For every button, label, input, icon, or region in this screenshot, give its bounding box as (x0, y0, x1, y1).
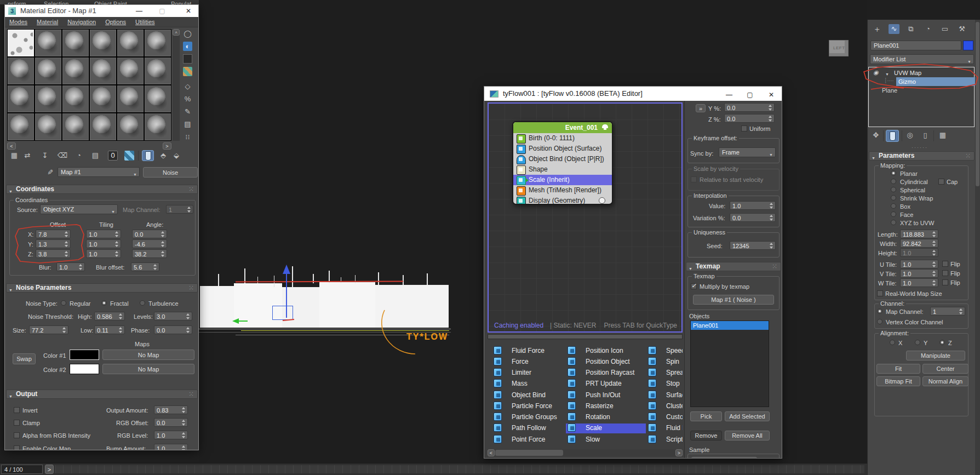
object-color-swatch[interactable] (963, 41, 973, 50)
angle-z-spinner[interactable]: 38.2 (132, 249, 167, 258)
sample-slot[interactable] (145, 113, 171, 140)
sample-slot[interactable] (117, 85, 144, 112)
menu-options[interactable]: Options (105, 19, 126, 25)
depot-item[interactable]: Rasterize (586, 402, 614, 411)
stack-row-gizmo[interactable]: ┊···· Gizmo (869, 77, 974, 86)
offset-z-spinner[interactable]: 3.8 (36, 249, 71, 258)
event-item-shape[interactable]: Shape (513, 164, 612, 175)
depot-item[interactable]: Object Bind (512, 391, 546, 400)
depot-item[interactable]: Fluid Force (512, 346, 545, 356)
map-channel-spinner[interactable]: 1 (166, 205, 193, 214)
radio-face[interactable] (891, 211, 896, 217)
offset-y-spinner[interactable]: 1.3 (36, 239, 71, 248)
bump-amount-spinner[interactable]: 1.0 (154, 444, 188, 450)
menu-material[interactable]: Material (37, 19, 58, 25)
radio-turbulence[interactable] (140, 300, 145, 306)
depot-item[interactable]: Path Follow (512, 424, 546, 433)
blur-offset-spinner[interactable]: 5.6 (131, 262, 159, 271)
depot-item[interactable]: Limiter (512, 368, 531, 377)
radio-align-y[interactable] (915, 340, 920, 345)
video-color-check-icon[interactable]: ◇ (183, 82, 192, 91)
sample-type-icon[interactable]: ◯ (183, 29, 192, 38)
offset-x-spinner[interactable]: 7.8 (36, 230, 71, 238)
material-editor-titlebar[interactable]: 3 Material Editor - Map #1 (5, 5, 198, 17)
make-unique-icon[interactable]: ◎ (905, 130, 915, 141)
remove-modifier-icon[interactable]: ▯ (920, 130, 930, 141)
sample-slot[interactable] (90, 113, 116, 140)
radio-map-channel[interactable] (877, 308, 882, 314)
connector-nub[interactable] (525, 178, 529, 182)
depot-item[interactable]: Slow (586, 435, 600, 444)
color1-map-button[interactable]: No Map (102, 350, 194, 360)
texmap-map-button[interactable]: Map #1 ( Noise ) (693, 295, 774, 305)
tyflow-titlebar[interactable]: tyFlow001 : [tyFlow v0.16008 (BETA) Edit… (484, 87, 782, 101)
fit-button[interactable]: Fit (876, 364, 920, 374)
put-to-library-icon[interactable]: ▤ (90, 151, 100, 161)
enable-color-map-checkbox[interactable] (14, 445, 20, 450)
map-channel-spinner[interactable]: 1 (930, 307, 965, 316)
show-end-result-icon[interactable] (886, 130, 899, 142)
gizmo-highlight[interactable]: Gizmo (896, 77, 975, 86)
event-item-scale-selected[interactable]: Scale (Inherit) (513, 175, 612, 185)
sample-slot[interactable] (62, 30, 89, 56)
pin-stack-icon[interactable]: ✥ (871, 130, 881, 141)
depot-item[interactable]: Custo (666, 413, 683, 422)
select-by-material-icon[interactable]: ▤ (183, 119, 192, 129)
cap-checkbox[interactable] (938, 179, 944, 185)
sample-slot[interactable] (117, 113, 144, 140)
output-amount-spinner[interactable]: 0.83 (154, 405, 188, 414)
radio-vertex-color-channel[interactable] (877, 319, 882, 324)
material-name-dropdown[interactable]: Map #1 (58, 167, 140, 177)
sample-slot[interactable] (90, 85, 116, 112)
uniform-checkbox[interactable] (741, 125, 747, 131)
normal-align-button[interactable]: Normal Align (922, 376, 968, 386)
w-flip-checkbox[interactable] (942, 279, 948, 285)
variation-spinner[interactable]: 0.0 (730, 213, 776, 222)
rgb-offset-spinner[interactable]: 0.0 (154, 418, 188, 427)
depot-item[interactable]: Spin (666, 357, 679, 367)
parameters-rollout-header[interactable]: Parameters (869, 151, 975, 161)
modifier-list-dropdown[interactable]: Modifier List (870, 54, 974, 64)
rgb-level-spinner[interactable]: 1.0 (154, 431, 188, 439)
sample-slot[interactable] (90, 58, 116, 84)
maximize-button[interactable] (154, 5, 170, 17)
manipulate-button[interactable]: Manipulate (906, 351, 965, 360)
sample-slot[interactable] (62, 58, 89, 84)
coordinates-rollout-header[interactable]: Coordinates (6, 185, 198, 194)
put-material-to-scene-icon[interactable]: ⇄ (22, 151, 32, 161)
show-map-in-viewport-icon[interactable] (124, 151, 134, 161)
objects-listbox[interactable]: Plane001 (690, 321, 769, 407)
radio-shrink-wrap[interactable] (891, 195, 896, 201)
v-tile-spinner[interactable]: 1.0 (900, 269, 938, 278)
minimize-button[interactable] (131, 5, 147, 17)
tab-display-icon[interactable]: ▭ (939, 24, 950, 34)
visibility-eye-icon[interactable] (873, 69, 879, 76)
make-preview-icon[interactable]: % (183, 94, 192, 104)
sync-by-dropdown[interactable]: Frame (719, 147, 776, 157)
angle-y-spinner[interactable]: -4.6 (132, 239, 167, 248)
height-spinner[interactable]: 1.0 (900, 248, 938, 257)
base-object-name[interactable]: Plane (882, 87, 897, 94)
depot-item[interactable]: Cluste (666, 402, 683, 411)
backlight-icon[interactable]: ◐ (183, 42, 192, 51)
slot-vertical-scrollbar[interactable] (173, 29, 180, 141)
go-forward-to-sibling-icon[interactable]: ⬙ (171, 151, 181, 161)
high-spinner[interactable]: 0.586 (94, 312, 125, 321)
depot-item[interactable]: Particle Groups (512, 413, 557, 422)
alpha-from-rgb-checkbox[interactable] (14, 432, 20, 438)
event-item-mesh[interactable]: Mesh (TriMesh [Render]) (513, 185, 612, 196)
slots-scroll-right-button[interactable] (163, 142, 171, 150)
go-to-parent-icon[interactable]: ⬘ (158, 151, 168, 161)
sample-slot[interactable] (8, 85, 34, 112)
sample-slot[interactable] (35, 58, 61, 84)
real-world-map-size-checkbox[interactable] (877, 290, 883, 296)
close-button[interactable] (180, 5, 197, 17)
low-spinner[interactable]: 0.11 (94, 325, 125, 334)
depot-scroll-left[interactable] (488, 449, 495, 456)
pick-button[interactable]: Pick (690, 411, 722, 421)
pick-material-eyedropper-icon[interactable]: ✎ (45, 168, 55, 176)
panel-splitter-dots[interactable]: ······ (912, 145, 928, 150)
stack-row-plane[interactable]: Plane (869, 86, 974, 95)
event-node-canvas[interactable]: Event_001 Birth (0-0: 1111) Position Obj… (488, 102, 683, 333)
modifier-name[interactable]: UVW Map (894, 69, 921, 77)
